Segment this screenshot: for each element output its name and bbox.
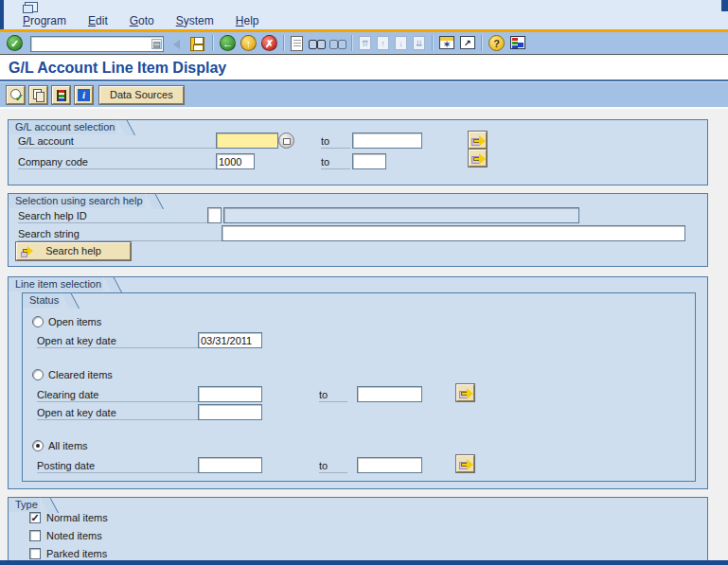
back-icon[interactable]: ←	[220, 35, 236, 51]
normal-items-checkbox[interactable]	[29, 512, 41, 523]
enter-icon[interactable]: ✓	[7, 35, 23, 51]
first-page-icon[interactable]: ⇈	[359, 36, 371, 50]
data-sources-button[interactable]: Data Sources	[99, 86, 184, 104]
window-top-area: Program Edit Goto System Help	[0, 0, 728, 29]
info-icon[interactable]: i	[75, 86, 93, 104]
all-items-radio[interactable]	[32, 440, 44, 451]
window-control-icon[interactable]	[25, 2, 38, 12]
group-status: Status Open items Open at key date Clear…	[22, 292, 696, 482]
company-code-input[interactable]	[216, 153, 255, 169]
clearing-date-label: Clearing date	[37, 388, 198, 402]
toolbar-separator	[212, 35, 213, 51]
toolbar-separator	[432, 35, 433, 51]
matchcode-search-icon[interactable]	[278, 132, 294, 149]
group-title: Selection using search help	[8, 193, 145, 208]
menu-program[interactable]: Program	[21, 13, 68, 28]
search-help-id-input[interactable]	[207, 207, 222, 223]
new-session-icon[interactable]: ✶	[439, 36, 454, 49]
open-at-key-date-label: Open at key date	[37, 334, 198, 348]
create-shortcut-icon[interactable]: ↗	[460, 36, 475, 49]
toolbar-separator	[283, 35, 284, 51]
group-search-help: Selection using search help Search help …	[8, 193, 708, 267]
multiple-selection-button[interactable]	[456, 455, 474, 472]
apptoolbar-divider	[0, 107, 728, 109]
window-bottom-edge	[0, 560, 728, 565]
search-help-id-label: Search help ID	[18, 209, 207, 223]
next-page-icon[interactable]: ↓	[395, 36, 407, 50]
multiple-selection-button[interactable]	[469, 132, 487, 149]
company-code-label: Company code	[18, 155, 216, 169]
parked-items-label: Parked items	[46, 548, 107, 561]
page-title: G/L Account Line Item Display	[9, 60, 226, 77]
noted-items-label: Noted items	[46, 530, 102, 543]
group-title: Status	[22, 292, 61, 308]
group-title: Type	[8, 497, 40, 512]
get-variant-icon[interactable]	[29, 86, 47, 104]
menu-help[interactable]: Help	[234, 13, 261, 28]
open-at-key-date-cleared-input[interactable]	[198, 404, 262, 420]
group-title: G/L account selection	[8, 119, 116, 134]
posting-date-label: Posting date	[37, 459, 198, 473]
open-items-label: Open items	[48, 316, 101, 329]
posting-date-input[interactable]	[198, 457, 262, 473]
search-help-arrow-icon	[21, 245, 35, 257]
gl-account-to-input[interactable]	[352, 132, 422, 149]
command-input[interactable]	[30, 36, 164, 52]
group-title: Line item selection	[8, 276, 103, 291]
clearing-date-to-input[interactable]	[357, 386, 422, 402]
cleared-items-label: Cleared items	[48, 369, 113, 382]
last-page-icon[interactable]: ⇊	[413, 36, 425, 50]
help-icon[interactable]: ?	[488, 35, 505, 51]
clearing-date-input[interactable]	[198, 386, 262, 402]
window-corner	[721, 0, 728, 11]
search-help-id-display-field	[223, 207, 579, 223]
multiple-selection-button[interactable]	[469, 150, 487, 167]
sap-window: Program Edit Goto System Help ✓ ▤ ← ↑ ✗ …	[0, 0, 728, 565]
cleared-items-radio[interactable]	[32, 369, 44, 380]
to-label: to	[319, 459, 347, 473]
open-items-radio[interactable]	[32, 316, 44, 327]
normal-items-label: Normal items	[46, 512, 108, 525]
menu-edit[interactable]: Edit	[86, 13, 110, 28]
posting-date-to-input[interactable]	[357, 457, 422, 473]
save-icon[interactable]	[190, 37, 204, 51]
find-next-icon[interactable]	[329, 40, 346, 48]
title-band: G/L Account Line Item Display	[0, 57, 728, 79]
print-icon[interactable]	[291, 36, 303, 51]
multiple-selection-button[interactable]	[456, 384, 474, 401]
previous-page-icon[interactable]: ↑	[377, 36, 389, 50]
command-history-dropdown-icon[interactable]: ▤	[151, 39, 162, 49]
customize-layout-icon[interactable]	[510, 36, 525, 49]
dynamic-selections-icon[interactable]	[52, 86, 70, 104]
window-left-edge	[0, 0, 4, 29]
find-icon[interactable]	[309, 40, 326, 48]
cancel-icon[interactable]: ✗	[261, 35, 277, 51]
open-at-key-date-cleared-label: Open at key date	[37, 406, 198, 420]
standard-toolbar: ✓ ▤ ← ↑ ✗ ⇈ ↑ ↓ ⇊ ✶ ↗ ?	[0, 32, 728, 54]
group-type: Type Normal items Noted items Parked ite…	[8, 497, 708, 565]
application-toolbar: ✓ i Data Sources	[0, 81, 728, 107]
toolbar-separator	[351, 35, 352, 51]
group-gl-account-selection: G/L account selection G/L account to Com…	[8, 119, 708, 185]
execute-icon[interactable]: ✓	[7, 86, 25, 104]
company-code-to-input[interactable]	[352, 153, 386, 169]
menu-goto[interactable]: Goto	[128, 13, 156, 28]
to-label: to	[321, 134, 350, 149]
search-string-label: Search string	[18, 227, 222, 241]
to-label: to	[319, 388, 347, 402]
menu-system[interactable]: System	[174, 13, 216, 28]
exit-icon[interactable]: ↑	[240, 35, 257, 51]
open-at-key-date-input[interactable]	[198, 332, 262, 348]
group-line-item-selection: Line item selection Status Open items Op…	[8, 276, 708, 489]
gl-account-label: G/L account	[18, 134, 216, 149]
parked-items-checkbox[interactable]	[29, 548, 41, 559]
search-string-input[interactable]	[222, 225, 685, 241]
toolbar-separator	[481, 35, 482, 51]
all-items-label: All items	[48, 440, 88, 453]
noted-items-checkbox[interactable]	[29, 530, 41, 541]
search-help-button[interactable]: Search help	[16, 242, 131, 260]
collapse-toolbar-icon[interactable]	[173, 40, 180, 49]
to-label: to	[321, 155, 350, 169]
menu-bar: Program Edit Goto System Help	[21, 12, 260, 29]
gl-account-input[interactable]	[216, 132, 278, 149]
